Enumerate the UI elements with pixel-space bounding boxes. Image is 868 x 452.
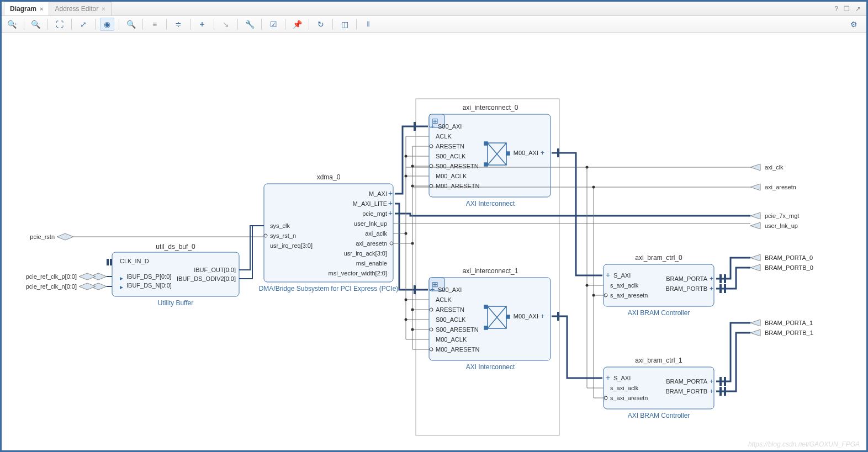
svg-point-72 — [592, 186, 595, 189]
toolbar: 🔍+ 🔍− ⛶ ⤢ ◉ 🔍 ≡ ≑ ＋ ↘ 🔧 ☑ 📌 ↻ ◫ ⫴ ⚙ — [2, 16, 866, 33]
svg-rect-82 — [719, 377, 722, 386]
ext-port-label: pcie_ref_clk_n[0:0] — [26, 283, 77, 290]
port-label: BRAM_PORTA — [666, 378, 707, 385]
ext-port-user-lnk-up[interactable]: user_lnk_up — [750, 222, 798, 229]
svg-marker-52 — [750, 164, 760, 171]
port-label: S00_ARESETN — [436, 163, 479, 169]
validate-button[interactable]: ☑ — [266, 18, 280, 31]
zoom-in-button[interactable]: 🔍+ — [5, 18, 19, 31]
ext-port-pcie-ref-clk-n[interactable]: pcie_ref_clk_n[0:0] — [26, 283, 107, 290]
svg-rect-85 — [724, 387, 726, 396]
ext-port-pcie-7x-mgt[interactable]: pcie_7x_mgt — [750, 212, 799, 219]
port-label: M00_ARESETN — [436, 183, 480, 189]
ext-port-pcie-ref-clk-p[interactable]: pcie_ref_clk_p[0:0] — [26, 273, 107, 280]
connect-button[interactable]: ↘ — [219, 18, 233, 31]
svg-rect-83 — [724, 377, 726, 386]
block-type: AXI BRAM Controller — [628, 412, 690, 419]
ext-port-label: BRAM_PORTB_1 — [765, 329, 813, 336]
ext-port-label: BRAM_PORTA_0 — [765, 254, 813, 261]
svg-text:+: + — [430, 121, 435, 130]
block-axi-bram-ctrl-0[interactable]: axi_bram_ctrl_0 S_AXI + s_axi_aclk s_axi… — [604, 254, 714, 317]
svg-rect-7 — [107, 259, 109, 265]
svg-point-60 — [405, 232, 407, 235]
port-label: msi_enable — [356, 260, 387, 267]
svg-point-65 — [586, 166, 589, 169]
wire — [239, 226, 264, 270]
zoom-fit-button[interactable]: ⛶ — [52, 18, 67, 31]
wire — [587, 285, 604, 388]
pin-button[interactable]: 📌 — [290, 18, 304, 31]
group-button[interactable]: ⫴ — [361, 18, 375, 31]
center-button[interactable]: ◉ — [100, 18, 114, 31]
port-label: sys_rst_n — [270, 232, 296, 239]
port-label: s_axi_aresetn — [610, 292, 648, 299]
ext-port-bram-portb-0[interactable]: BRAM_PORTB_0 — [750, 264, 813, 271]
arrange-button[interactable]: ≑ — [171, 18, 186, 31]
port-label: sys_clk — [270, 222, 290, 229]
block-type: AXI Interconnect — [466, 200, 515, 208]
refresh-button[interactable]: ↻ — [314, 18, 328, 31]
zoom-out-button[interactable]: 🔍− — [29, 18, 43, 31]
svg-point-67 — [411, 242, 414, 245]
svg-rect-25 — [484, 142, 488, 145]
tool-settings-button[interactable]: 🔧 — [242, 18, 257, 31]
port-label: IBUF_OUT[0:0] — [194, 267, 236, 273]
block-xdma[interactable]: xdma_0 sys_clk sys_rst_n usr_irq_req[3:0… — [259, 173, 399, 293]
port-label: S_AXI — [613, 272, 631, 279]
ext-port-pcie-rstn[interactable]: pcie_rstn — [30, 233, 73, 240]
ext-port-label: pcie_rstn — [30, 233, 55, 240]
expand-button[interactable]: ⤢ — [76, 18, 91, 31]
block-title: util_ds_buf_0 — [156, 243, 195, 251]
svg-rect-41 — [506, 315, 510, 318]
close-icon[interactable]: × — [40, 2, 43, 16]
popout-icon[interactable]: ↗ — [855, 5, 861, 13]
port-label: M00_AXI — [514, 313, 538, 320]
ext-port-label: user_lnk_up — [765, 222, 798, 229]
port-label: BRAM_PORTB — [665, 388, 707, 395]
port-label: ACLK — [436, 133, 452, 140]
svg-rect-81 — [724, 284, 726, 293]
diagram-canvas[interactable]: pcie_rstn pcie_ref_clk_p[0:0] pcie_ref_c… — [2, 33, 866, 450]
svg-marker-56 — [750, 254, 760, 261]
svg-text:+: + — [541, 312, 544, 320]
maximize-icon[interactable]: ❐ — [844, 5, 850, 13]
wire — [587, 167, 604, 285]
port-label: S00_AXI — [438, 123, 462, 130]
svg-point-63 — [405, 299, 407, 301]
ext-port-axi-aresetn[interactable]: axi_aresetn — [750, 184, 796, 190]
add-ip-button[interactable]: ＋ — [195, 18, 209, 31]
svg-point-66 — [586, 284, 589, 287]
svg-text:+: + — [710, 275, 713, 283]
svg-text:+: + — [710, 387, 713, 395]
port-label: IBUF_DS_P[0:0] — [126, 273, 171, 280]
block-axi-bram-ctrl-1[interactable]: axi_bram_ctrl_1 S_AXI + s_axi_aclk s_axi… — [604, 357, 714, 419]
block-axi-interconnect-1[interactable]: axi_interconnect_1 ⊞ S00_AXI + ACLK ARES… — [429, 267, 551, 371]
block-util-ds-buf[interactable]: util_ds_buf_0 CLK_IN_D IBUF_DS_P[0:0] IB… — [107, 243, 239, 307]
block-axi-interconnect-0[interactable]: axi_interconnect_0 ⊞ S00_AXI + ACLK ARES… — [429, 104, 551, 208]
port-label: user_lnk_up — [354, 220, 387, 227]
collapse-button[interactable]: ≡ — [147, 18, 162, 31]
svg-rect-26 — [484, 163, 488, 166]
highlight-button[interactable]: ◫ — [337, 18, 352, 31]
svg-point-70 — [411, 309, 414, 311]
svg-marker-58 — [750, 320, 760, 326]
port-label: msi_vector_width[2:0] — [329, 270, 387, 276]
gear-icon[interactable]: ⚙ — [846, 18, 861, 31]
svg-text:+: + — [606, 373, 610, 382]
help-icon[interactable]: ? — [834, 5, 838, 13]
tab-label: Diagram — [10, 2, 36, 16]
svg-rect-39 — [484, 305, 488, 309]
svg-marker-4 — [79, 283, 96, 290]
port-label: axi_aresetn — [356, 240, 387, 247]
ext-port-bram-portb-1[interactable]: BRAM_PORTB_1 — [750, 329, 813, 336]
port-label: IBUF_DS_ODIV2[0:0] — [177, 275, 236, 282]
port-label: BRAM_PORTA — [666, 275, 707, 282]
ext-port-bram-porta-0[interactable]: BRAM_PORTA_0 — [750, 254, 813, 261]
tab-address-editor[interactable]: Address Editor × — [49, 2, 111, 15]
svg-marker-53 — [750, 184, 760, 190]
search-button[interactable]: 🔍 — [124, 18, 138, 31]
ext-port-axi-clk[interactable]: axi_clk — [750, 164, 784, 171]
ext-port-bram-porta-1[interactable]: BRAM_PORTA_1 — [750, 320, 813, 326]
tab-diagram[interactable]: Diagram × — [4, 2, 49, 15]
close-icon[interactable]: × — [102, 2, 105, 16]
